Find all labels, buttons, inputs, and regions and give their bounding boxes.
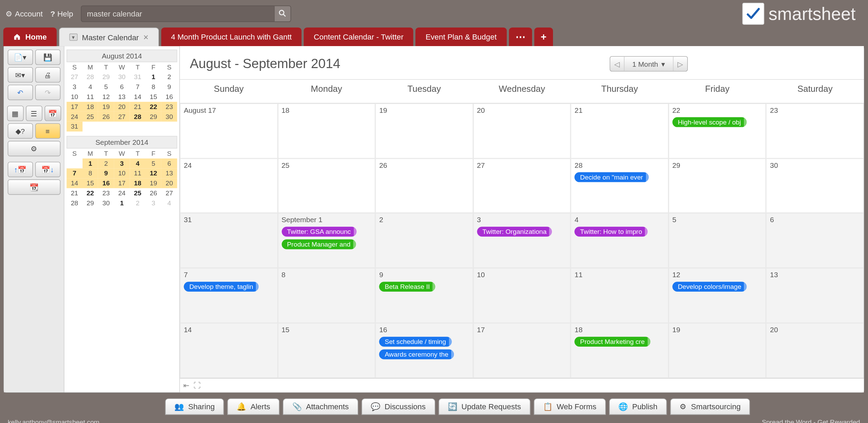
minical-day[interactable]: 5 — [145, 159, 161, 169]
minical-day[interactable]: 1 — [145, 72, 161, 82]
calendar-event[interactable]: Develop theme, taglin — [184, 282, 259, 292]
minical-day[interactable]: 9 — [98, 169, 114, 178]
calendar-event[interactable]: Product Marketing cre — [575, 337, 650, 347]
calendar-event[interactable]: High-level scope / obj — [672, 117, 747, 127]
bottom-tab-alerts[interactable]: 🔔Alerts — [227, 398, 280, 415]
day-cell[interactable]: 28Decide on "main ever — [571, 158, 669, 213]
minical-day[interactable]: 15 — [83, 178, 98, 188]
minical-day[interactable]: 7 — [130, 82, 145, 92]
bottom-tab-attachments[interactable]: 📎Attachments — [283, 398, 358, 415]
day-cell[interactable]: 14 — [180, 323, 278, 378]
conditional-format-button[interactable]: ≡ — [35, 123, 61, 139]
minical-day[interactable]: 6 — [161, 159, 177, 169]
mail-dropdown-button[interactable]: ✉▾ — [8, 67, 33, 83]
day-cell[interactable]: 13 — [766, 268, 864, 323]
minical-day[interactable]: 16 — [98, 178, 114, 188]
minical-day[interactable]: 27 — [161, 188, 177, 198]
minical-day[interactable]: 13 — [114, 92, 130, 102]
day-cell[interactable]: 24 — [180, 158, 278, 213]
tab-home[interactable]: Home — [3, 28, 57, 46]
minical-day[interactable]: 5 — [98, 82, 114, 92]
day-cell[interactable]: 3Twitter: Organizationa — [473, 213, 571, 268]
fullscreen-icon[interactable]: ⛶ — [194, 381, 201, 390]
minical-day[interactable]: 17 — [114, 178, 130, 188]
minical-day[interactable]: 1 — [114, 198, 130, 208]
calendar-event[interactable]: Decide on "main ever — [575, 172, 649, 182]
day-cell[interactable]: 5 — [669, 213, 766, 268]
tab-sheet-1[interactable]: Content Calendar - Twitter — [304, 28, 414, 46]
day-cell[interactable]: 8 — [278, 268, 375, 323]
prev-range-button[interactable]: ◁ — [610, 57, 625, 71]
calendar-event[interactable]: Set schedule / timing — [379, 337, 452, 347]
tab-dropdown-icon[interactable]: ▾ — [69, 34, 77, 41]
minical-day[interactable]: 3 — [114, 159, 130, 169]
day-cell[interactable]: 23 — [766, 104, 864, 159]
minical-day[interactable]: 4 — [83, 82, 98, 92]
day-cell[interactable]: 31 — [180, 213, 278, 268]
minical-day[interactable]: 14 — [67, 178, 83, 188]
day-cell[interactable]: 18 — [278, 104, 375, 159]
minical-day[interactable]: 29 — [98, 72, 114, 82]
export-button[interactable]: 📅↓ — [35, 162, 61, 177]
calendar-event[interactable]: Beta Release II — [379, 282, 435, 292]
day-cell[interactable]: 20 — [473, 104, 571, 159]
tab-active[interactable]: ▾ Master Calendar × — [59, 28, 159, 46]
grid-view-button[interactable]: ▦ — [7, 106, 23, 121]
day-cell[interactable]: 17 — [473, 323, 571, 378]
minical-day[interactable]: 30 — [98, 198, 114, 208]
minical-day[interactable]: 17 — [67, 102, 83, 112]
day-cell[interactable]: 4Twitter: How to impro — [571, 213, 669, 268]
bottom-tab-web-forms[interactable]: 📋Web Forms — [534, 398, 606, 415]
minical-day[interactable]: 8 — [83, 169, 98, 178]
calendar-event[interactable]: Twitter: GSA announc — [282, 227, 357, 237]
today-button[interactable]: 📆 — [8, 180, 61, 195]
bottom-tab-publish[interactable]: 🌐Publish — [609, 398, 667, 415]
minical-day[interactable]: 15 — [145, 92, 161, 102]
minical-day[interactable]: 22 — [83, 188, 98, 198]
minical-day[interactable]: 24 — [114, 188, 130, 198]
next-range-button[interactable]: ▷ — [673, 57, 687, 71]
minical-day[interactable]: 30 — [114, 72, 130, 82]
help-link[interactable]: Help — [51, 9, 73, 18]
minical-day[interactable]: 27 — [114, 112, 130, 122]
day-cell[interactable]: 22High-level scope / obj — [669, 104, 766, 159]
day-cell[interactable]: 26 — [375, 158, 473, 213]
minical-day[interactable]: 8 — [145, 82, 161, 92]
search-button[interactable] — [274, 6, 291, 22]
bottom-tab-smartsourcing[interactable]: ⚙Smartsourcing — [670, 398, 750, 415]
search-input[interactable] — [82, 6, 274, 22]
minical-day[interactable]: 26 — [145, 188, 161, 198]
minical-day[interactable]: 13 — [161, 169, 177, 178]
day-cell[interactable]: 27 — [473, 158, 571, 213]
tab-more[interactable]: ⋯ — [509, 28, 532, 46]
calendar-event[interactable]: Twitter: How to impro — [575, 227, 648, 237]
minical-day[interactable]: 20 — [161, 178, 177, 188]
calendar-event[interactable]: Develop colors/image — [672, 282, 747, 292]
save-button[interactable]: 💾 — [35, 50, 61, 65]
minical-day[interactable]: 23 — [161, 102, 177, 112]
day-cell[interactable]: 21 — [571, 104, 669, 159]
gantt-view-button[interactable]: ☰ — [25, 106, 42, 121]
minical-day[interactable]: 22 — [145, 102, 161, 112]
collapse-icon[interactable]: ⇤ — [183, 381, 189, 390]
minical-day[interactable]: 19 — [98, 102, 114, 112]
minical-day[interactable]: 12 — [145, 169, 161, 178]
minical-day[interactable]: 11 — [130, 169, 145, 178]
day-cell[interactable]: September 1Twitter: GSA announcProduct M… — [278, 213, 375, 268]
minical-day[interactable]: 6 — [114, 82, 130, 92]
close-tab-icon[interactable]: × — [143, 32, 149, 42]
minical-day[interactable]: 18 — [130, 178, 145, 188]
day-cell[interactable]: 7Develop theme, taglin — [180, 268, 278, 323]
minical-day[interactable]: 10 — [67, 92, 83, 102]
calendar-event[interactable]: Awards ceremony the — [379, 349, 454, 359]
day-cell[interactable]: 29 — [669, 158, 766, 213]
minical-day[interactable]: 1 — [83, 159, 98, 169]
tab-sheet-0[interactable]: 4 Month Product Launch with Gantt — [161, 28, 302, 46]
minical-day[interactable]: 11 — [83, 92, 98, 102]
tab-sheet-2[interactable]: Event Plan & Budget — [416, 28, 507, 46]
day-cell[interactable]: 6 — [766, 213, 864, 268]
minical-day[interactable]: 18 — [83, 102, 98, 112]
import-button[interactable]: ↑📅 — [8, 162, 33, 177]
day-cell[interactable]: 20 — [766, 323, 864, 378]
minical-day[interactable]: 20 — [114, 102, 130, 112]
